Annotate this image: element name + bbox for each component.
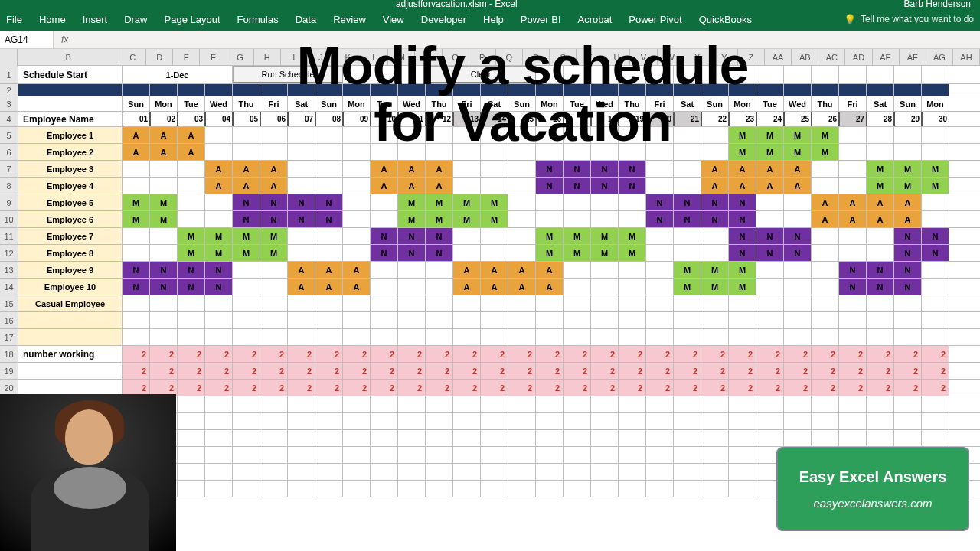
- shift-cell[interactable]: M: [260, 245, 288, 261]
- col-header-J[interactable]: J: [308, 49, 335, 65]
- row-header-7[interactable]: 7: [0, 161, 18, 177]
- col-header-AA[interactable]: AA: [765, 49, 792, 65]
- col-header-L[interactable]: L: [361, 49, 388, 65]
- shift-cell[interactable]: A: [233, 178, 260, 194]
- shift-cell[interactable]: [619, 194, 646, 210]
- shift-cell[interactable]: N: [122, 262, 150, 278]
- shift-cell[interactable]: A: [260, 178, 288, 194]
- shift-cell[interactable]: [426, 262, 453, 278]
- shift-cell[interactable]: M: [729, 262, 756, 278]
- shift-cell[interactable]: N: [205, 279, 233, 295]
- row-header-3[interactable]: 3: [0, 96, 18, 111]
- shift-cell[interactable]: A: [205, 161, 233, 177]
- day-num-06[interactable]: 06: [260, 112, 288, 126]
- shift-cell[interactable]: [426, 279, 453, 295]
- row-header-9[interactable]: 9: [0, 194, 18, 210]
- row-header-19[interactable]: 19: [0, 363, 18, 379]
- shift-cell[interactable]: [178, 194, 205, 210]
- shift-cell[interactable]: [260, 262, 288, 278]
- shift-cell[interactable]: [867, 228, 894, 244]
- col-header-Z[interactable]: Z: [738, 49, 765, 65]
- name-box[interactable]: AG14: [0, 31, 54, 48]
- shift-cell[interactable]: [398, 144, 426, 160]
- shift-cell[interactable]: [812, 228, 839, 244]
- ribbon-tab-power-pivot[interactable]: Power Pivot: [629, 14, 681, 25]
- ribbon-tab-quickbooks[interactable]: QuickBooks: [699, 14, 752, 25]
- shift-cell[interactable]: A: [481, 262, 508, 278]
- ribbon-tab-page-layout[interactable]: Page Layout: [165, 14, 220, 25]
- shift-cell[interactable]: A: [233, 161, 260, 177]
- shift-cell[interactable]: [260, 279, 288, 295]
- shift-cell[interactable]: N: [122, 279, 150, 295]
- col-header-B[interactable]: B: [18, 49, 119, 65]
- ribbon-tab-formulas[interactable]: Formulas: [237, 14, 279, 25]
- shift-cell[interactable]: [178, 161, 205, 177]
- shift-cell[interactable]: N: [288, 211, 315, 227]
- shift-cell[interactable]: M: [564, 245, 591, 261]
- shift-cell[interactable]: [205, 144, 233, 160]
- day-num-09[interactable]: 09: [343, 112, 371, 126]
- ribbon-tab-help[interactable]: Help: [483, 14, 504, 25]
- col-header-W[interactable]: W: [658, 49, 684, 65]
- shift-cell[interactable]: [922, 144, 949, 160]
- shift-cell[interactable]: N: [426, 228, 453, 244]
- shift-cell[interactable]: M: [178, 228, 205, 244]
- shift-cell[interactable]: A: [178, 144, 205, 160]
- shift-cell[interactable]: [812, 245, 839, 261]
- shift-cell[interactable]: [536, 127, 564, 143]
- shift-cell[interactable]: A: [894, 194, 922, 210]
- shift-cell[interactable]: M: [122, 194, 150, 210]
- shift-cell[interactable]: [453, 161, 481, 177]
- start-date-cell[interactable]: 1-Dec: [122, 66, 233, 83]
- shift-cell[interactable]: [371, 211, 398, 227]
- shift-cell[interactable]: N: [894, 279, 922, 295]
- shift-cell[interactable]: A: [894, 211, 922, 227]
- day-num-01[interactable]: 01: [122, 112, 150, 126]
- shift-cell[interactable]: M: [922, 161, 949, 177]
- col-header-G[interactable]: G: [227, 49, 254, 65]
- shift-cell[interactable]: [839, 144, 867, 160]
- shift-cell[interactable]: M: [756, 127, 784, 143]
- shift-cell[interactable]: N: [150, 262, 178, 278]
- shift-cell[interactable]: [646, 279, 674, 295]
- day-num-21[interactable]: 21: [674, 112, 701, 126]
- shift-cell[interactable]: [536, 211, 564, 227]
- row-header-2[interactable]: 2: [0, 84, 18, 96]
- shift-cell[interactable]: [426, 144, 453, 160]
- day-num-08[interactable]: 08: [315, 112, 343, 126]
- shift-cell[interactable]: [343, 144, 371, 160]
- ribbon-tab-file[interactable]: File: [6, 14, 22, 25]
- shift-cell[interactable]: M: [867, 161, 894, 177]
- shift-cell[interactable]: A: [536, 279, 564, 295]
- shift-cell[interactable]: [646, 228, 674, 244]
- shift-cell[interactable]: N: [233, 211, 260, 227]
- shift-cell[interactable]: A: [122, 144, 150, 160]
- shift-cell[interactable]: N: [315, 211, 343, 227]
- shift-cell[interactable]: [784, 279, 812, 295]
- shift-cell[interactable]: A: [288, 262, 315, 278]
- shift-cell[interactable]: N: [260, 211, 288, 227]
- day-num-11[interactable]: 11: [398, 112, 426, 126]
- shift-cell[interactable]: [508, 161, 536, 177]
- shift-cell[interactable]: M: [150, 194, 178, 210]
- shift-cell[interactable]: [812, 178, 839, 194]
- shift-cell[interactable]: [591, 262, 619, 278]
- shift-cell[interactable]: A: [398, 178, 426, 194]
- shift-cell[interactable]: [150, 178, 178, 194]
- shift-cell[interactable]: N: [674, 211, 701, 227]
- shift-cell[interactable]: [371, 262, 398, 278]
- shift-cell[interactable]: [646, 127, 674, 143]
- shift-cell[interactable]: [508, 228, 536, 244]
- col-header-AE[interactable]: AE: [873, 49, 900, 65]
- shift-cell[interactable]: [343, 245, 371, 261]
- shift-cell[interactable]: [233, 127, 260, 143]
- ribbon-tab-view[interactable]: View: [383, 14, 404, 25]
- day-num-14[interactable]: 14: [481, 112, 508, 126]
- shift-cell[interactable]: A: [426, 161, 453, 177]
- ribbon-tab-data[interactable]: Data: [296, 14, 316, 25]
- day-num-20[interactable]: 20: [646, 112, 674, 126]
- shift-cell[interactable]: M: [729, 127, 756, 143]
- shift-cell[interactable]: [260, 127, 288, 143]
- shift-cell[interactable]: [481, 127, 508, 143]
- shift-cell[interactable]: A: [536, 262, 564, 278]
